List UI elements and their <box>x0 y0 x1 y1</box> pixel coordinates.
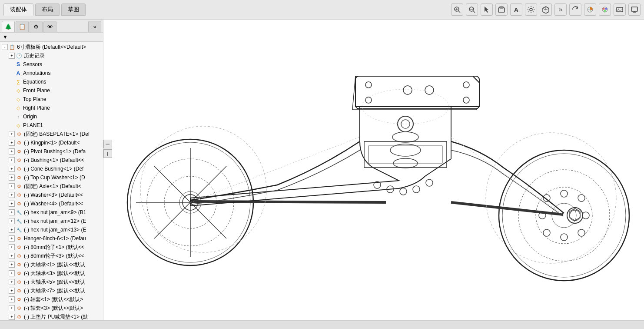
tree-item-kingpin[interactable]: + ⚙ (-) Kingpin<1> (Default< <box>0 138 103 147</box>
text-icon[interactable]: A <box>510 3 522 16</box>
tree-item-hexnut12[interactable]: + 🔧 (-) hex nut jam_am<12> (E <box>0 217 103 225</box>
component-icon[interactable] <box>495 3 508 16</box>
hanger-expand[interactable]: + <box>9 235 15 242</box>
filter-bar: ▼ <box>0 33 103 42</box>
panel-expand[interactable]: » <box>88 21 101 32</box>
cone-bushing-expand[interactable]: + <box>9 166 15 172</box>
root-expand[interactable]: - <box>2 44 8 50</box>
washer4-expand[interactable]: + <box>9 201 15 207</box>
tree-item-shaft3[interactable]: + ⚙ (-) 轴套<3> (默认<<默认> <box>0 304 103 312</box>
tab-assemble[interactable]: 装配体 <box>3 3 33 16</box>
tree-item-top-plane[interactable]: ◇ Top Plane <box>0 95 103 104</box>
panel-tab-properties[interactable]: 📋 <box>16 21 29 32</box>
svg-point-48 <box>463 97 469 103</box>
panel-tab-config[interactable]: ⚙ <box>30 21 43 32</box>
bearing7-icon: ⚙ <box>16 287 23 294</box>
bearing3-expand[interactable]: + <box>9 270 15 276</box>
hexnut13-expand[interactable]: + <box>9 227 15 233</box>
tree-item-bearing3[interactable]: + ⚙ (-) 大轴承<3> (默认<<默认 <box>0 269 103 278</box>
tree-item-baseplate[interactable]: + ⚙ (固定) BASEPLATE<1> (Def <box>0 130 103 138</box>
analysis-icon[interactable] <box>584 3 596 16</box>
rotate-icon[interactable] <box>569 3 581 16</box>
tree-item-history[interactable]: + 🕐 历史记录 <box>0 51 103 60</box>
tree-root[interactable]: - 📋 6寸滑板桥 (Default<<Default> <box>0 43 103 51</box>
tree-item-shaft1[interactable]: + ⚙ (-) 轴套<1> (默认<<默认> <box>0 295 103 304</box>
filter-icon[interactable]: ▼ <box>3 34 8 40</box>
viewport[interactable]: | — <box>103 20 644 320</box>
shaft1-expand[interactable]: + <box>9 296 15 302</box>
wheel1-expand[interactable]: + <box>9 244 15 250</box>
history-label: 历史记录 <box>24 52 45 60</box>
view-top-btn[interactable]: — <box>103 149 112 158</box>
display-icon[interactable] <box>628 3 641 16</box>
svg-point-39 <box>561 234 568 241</box>
top-cup-expand[interactable]: + <box>9 175 15 181</box>
pivot-bushing-expand[interactable]: + <box>9 148 15 154</box>
front-plane-icon: ◇ <box>15 87 22 94</box>
panel-tab-display[interactable]: 👁 <box>43 21 56 32</box>
shaft3-expand[interactable]: + <box>9 305 15 311</box>
zoom-area-icon[interactable] <box>466 3 478 16</box>
tree-item-cone-bushing[interactable]: + ⚙ (-) Cone Bushing<1> (Def <box>0 164 103 173</box>
tree-item-bushing[interactable]: + ⚙ (-) Bushing<1> (Default<< <box>0 156 103 164</box>
panel-tab-tree[interactable]: 🌲 <box>2 21 15 32</box>
tree-item-hanger[interactable]: + ⚙ Hanger-6inch-6<1> (Defau <box>0 234 103 243</box>
wheel3-expand[interactable]: + <box>9 253 15 259</box>
tab-layout[interactable]: 布局 <box>35 3 60 16</box>
tree-item-pu-pad[interactable]: + ⚙ (-) 上垫片 PU减震垫<1> (默 <box>0 312 103 320</box>
zoom-fit-icon[interactable] <box>451 3 463 16</box>
gear-icon[interactable] <box>525 3 537 16</box>
tree-view[interactable]: - 📋 6寸滑板桥 (Default<<Default> + 🕐 历史记录 S … <box>0 42 103 320</box>
cube-view-icon[interactable] <box>540 3 552 16</box>
baseplate-expand[interactable]: + <box>9 131 15 137</box>
plane1-label: PLANE1 <box>23 122 43 128</box>
tree-item-hexnut13[interactable]: + 🔧 (-) hex nut jam_am<13> (E <box>0 225 103 234</box>
pu-pad-expand[interactable]: + <box>9 314 15 320</box>
tree-item-wheel3[interactable]: + ⚙ (-) 80mm轮子<3> (默认<< <box>0 252 103 260</box>
tree-item-equations[interactable]: ∑ Equations <box>0 77 103 86</box>
tree-item-wheel1[interactable]: + ⚙ (-) 80mm轮子<1> (默认<< <box>0 243 103 252</box>
bearing1-label: (-) 大轴承<1> (默认<<默认 <box>24 261 85 269</box>
view-front-btn[interactable]: | <box>103 140 112 148</box>
tree-item-washer3[interactable]: + ⚙ (-) Washer<3> (Default<< <box>0 191 103 199</box>
tree-item-axle[interactable]: + ⚙ (固定) Axle<1> (Default< <box>0 182 103 191</box>
tree-item-pivot-bushing[interactable]: + ⚙ (-) Pivot Bushing<1> (Defa <box>0 147 103 156</box>
bearing7-expand[interactable]: + <box>9 288 15 294</box>
tree-item-bearing7[interactable]: + ⚙ (-) 大轴承<7> (默认<<默认 <box>0 286 103 295</box>
tree-item-bearing1[interactable]: + ⚙ (-) 大轴承<1> (默认<<默认 <box>0 260 103 269</box>
kingpin-label: (-) Kingpin<1> (Default< <box>24 140 80 146</box>
svg-point-60 <box>426 179 433 186</box>
axle-expand[interactable]: + <box>9 183 15 189</box>
tree-item-top-cup[interactable]: + ⚙ (-) Top Cup Washer<1> (D <box>0 173 103 182</box>
tree-item-bearing5[interactable]: + ⚙ (-) 大轴承<5> (默认<<默认 <box>0 278 103 286</box>
tree-item-origin[interactable]: ↑ Origin <box>0 112 103 121</box>
hexnut9-expand[interactable]: + <box>9 209 15 215</box>
history-expand[interactable]: + <box>9 53 15 59</box>
history-icon: 🕐 <box>16 52 23 59</box>
tree-item-sensors[interactable]: S Sensors <box>0 60 103 69</box>
tree-item-washer4[interactable]: + ⚙ (-) Washer<4> (Default<< <box>0 199 103 208</box>
hexnut13-label: (-) hex nut jam_am<13> (E <box>24 227 86 233</box>
photo-icon[interactable] <box>614 3 626 16</box>
tree-item-right-plane[interactable]: ◇ Right Plane <box>0 104 103 112</box>
bushing-expand[interactable]: + <box>9 157 15 163</box>
select-icon[interactable] <box>481 3 493 16</box>
bearing1-expand[interactable]: + <box>9 262 15 268</box>
hexnut12-expand[interactable]: + <box>9 218 15 224</box>
tab-drawing[interactable]: 草图 <box>61 3 86 16</box>
tree-item-hexnut9[interactable]: + 🔧 (-) hex nut jam_am<9> (B1 <box>0 208 103 217</box>
shaft1-icon: ⚙ <box>16 296 23 303</box>
color-icon[interactable] <box>599 3 611 16</box>
wheel3-label: (-) 80mm轮子<3> (默认<< <box>24 252 84 260</box>
washer3-expand[interactable]: + <box>9 192 15 198</box>
tree-item-annotations[interactable]: A Annotations <box>0 69 103 77</box>
tree-item-front-plane[interactable]: ◇ Front Plane <box>0 86 103 95</box>
tree-item-plane1[interactable]: ◇ PLANE1 <box>0 121 103 130</box>
svg-point-49 <box>403 86 412 94</box>
kingpin-expand[interactable]: + <box>9 140 15 146</box>
plane1-icon: ◇ <box>15 122 22 129</box>
equations-label: Equations <box>23 79 46 85</box>
expand-icon[interactable]: » <box>554 3 567 16</box>
svg-point-14 <box>604 10 606 12</box>
bearing5-expand[interactable]: + <box>9 279 15 285</box>
